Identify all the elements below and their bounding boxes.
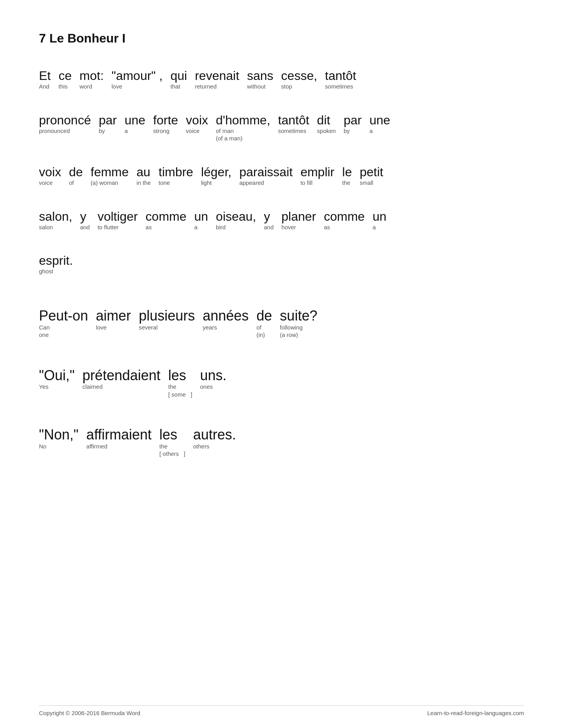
- word-group-de: de of: [69, 165, 83, 187]
- word-group-autres: autres. others: [193, 427, 236, 450]
- word-group-revenait: revenait returned: [195, 69, 239, 90]
- word-group-mot: mot: word: [79, 69, 104, 90]
- word-group-affirmaient: affirmaient affirmed: [86, 427, 152, 450]
- word-group-de2: de of(in): [256, 308, 272, 339]
- word-group-esprit: esprit. ghost: [39, 254, 73, 275]
- word-group-et: Et And: [39, 69, 51, 90]
- word-group-aimer: aimer love: [96, 308, 131, 331]
- word-group-femme: femme (a) woman: [91, 165, 129, 187]
- text-block-1: Et And ce this mot: word "amour" , love …: [39, 69, 524, 92]
- footer: Copyright © 2006-2016 Bermuda Word Learn…: [39, 705, 524, 716]
- word-group-une1: une a: [125, 113, 145, 135]
- french-line-3: voix voice de of femme (a) woman au in t…: [39, 165, 524, 188]
- text-block-3: voix voice de of femme (a) woman au in t…: [39, 165, 524, 188]
- footer-right: Learn-to-read-foreign-languages.com: [427, 710, 524, 716]
- word-group-uns: uns. ones: [200, 368, 226, 391]
- word-group-y2: y and: [264, 210, 274, 231]
- word-group-plusieurs: plusieurs several: [139, 308, 195, 331]
- word-group-y1: y and: [80, 210, 90, 231]
- word-group-tantot2: tantôt sometimes: [278, 113, 309, 135]
- word-group-sans: sans without: [247, 69, 274, 90]
- french-line-5: esprit. ghost: [39, 254, 524, 277]
- word-group-voix1: voix voice: [186, 113, 208, 135]
- word-group-petit: petit small: [360, 165, 383, 187]
- word-group-les1: les the[ some ]: [168, 368, 192, 399]
- word-group-peut-on: Peut-on Canone: [39, 308, 88, 339]
- word-group-comme1: comme as: [146, 210, 187, 231]
- word-group-par2: par by: [344, 113, 362, 135]
- word-group-ce: ce this: [58, 69, 72, 90]
- word-group-emplir: emplir to fill: [300, 165, 334, 187]
- text-block-2: prononcé pronounced par by une a forte s…: [39, 113, 524, 144]
- text-block-4: salon, salon y and voltiger to flutter c…: [39, 210, 524, 233]
- word-group-les2: les the[ others ]: [159, 427, 185, 458]
- word-group-dit: dit spoken: [317, 113, 336, 135]
- sentence-3-row: "Non," No affirmaient affirmed les the[ …: [39, 427, 524, 459]
- word-group-pretendaient: prétendaient claimed: [83, 368, 161, 391]
- sentence-block-3: "Non," No affirmaient affirmed les the[ …: [39, 427, 524, 459]
- word-group-voltiger: voltiger to flutter: [97, 210, 138, 231]
- word-group-au: au in the: [136, 165, 151, 187]
- word-group-forte: forte strong: [153, 113, 178, 135]
- sentence-block-2: "Oui," Yes prétendaient claimed les the[…: [39, 368, 524, 400]
- word-group-cesse: cesse, stop: [281, 69, 317, 90]
- word-group-salon: salon, salon: [39, 210, 72, 231]
- word-group-dhomme: d'homme, of man(of a man): [216, 113, 270, 142]
- french-line-1: Et And ce this mot: word "amour" , love …: [39, 69, 524, 92]
- sentence-1-fr-row: Peut-on Canone aimer love plusieurs seve…: [39, 308, 524, 340]
- word-group-timbre: timbre tone: [159, 165, 193, 187]
- word-group-un1: un a: [194, 210, 208, 231]
- word-group-suite: suite? following(a row): [280, 308, 317, 339]
- word-group-une2: une a: [369, 113, 390, 135]
- french-line-2: prononcé pronounced par by une a forte s…: [39, 113, 524, 144]
- word-group-par1: par by: [99, 113, 116, 135]
- word-group-un2: un a: [372, 210, 387, 231]
- page-container: 7 Le Bonheur I Et And ce this mot: word …: [0, 0, 563, 510]
- sentence-block-1: Peut-on Canone aimer love plusieurs seve…: [39, 308, 524, 340]
- word-group-paraissait: paraissait appeared: [239, 165, 293, 187]
- chapter-title: 7 Le Bonheur I: [39, 31, 524, 46]
- word-group-le: le the: [342, 165, 352, 187]
- word-group-annees: années years: [203, 308, 249, 331]
- word-group-voix2: voix voice: [39, 165, 61, 187]
- sentence-2-row: "Oui," Yes prétendaient claimed les the[…: [39, 368, 524, 400]
- french-line-4: salon, salon y and voltiger to flutter c…: [39, 210, 524, 233]
- word-group-qui: qui that: [170, 69, 187, 90]
- word-group-tantot1: tantôt sometimes: [325, 69, 356, 90]
- word-group-prononce: prononcé pronounced: [39, 113, 91, 135]
- word-group-oiseau: oiseau, bird: [216, 210, 256, 231]
- word-group-leger: léger, light: [201, 165, 231, 187]
- word-group-planer: planer hover: [281, 210, 316, 231]
- footer-left: Copyright © 2006-2016 Bermuda Word: [39, 710, 140, 716]
- word-group-non: "Non," No: [39, 427, 79, 450]
- text-block-5: esprit. ghost: [39, 254, 524, 277]
- word-group-oui: "Oui," Yes: [39, 368, 75, 391]
- word-group-amour: "amour" , love: [111, 69, 162, 90]
- word-group-comme2: comme as: [324, 210, 365, 231]
